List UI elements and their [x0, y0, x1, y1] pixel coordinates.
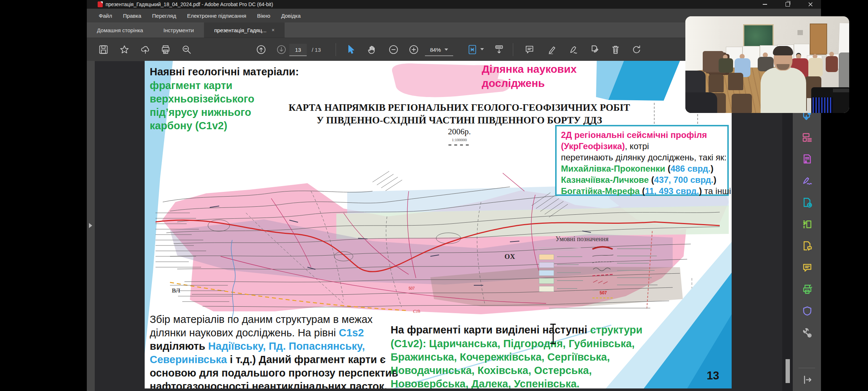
- tab-document[interactable]: презентація_Гадяц... ×: [204, 22, 285, 38]
- webcam-overlay[interactable]: [685, 16, 849, 113]
- map-scalebar: [448, 144, 472, 146]
- expand-left-panel-arrow[interactable]: [89, 223, 92, 228]
- export-pdf-icon[interactable]: [802, 197, 813, 208]
- print-button[interactable]: [161, 45, 171, 55]
- page-display-button[interactable]: [494, 45, 504, 55]
- tab-tools[interactable]: Інструменти: [153, 22, 204, 38]
- chevron-down-icon: [444, 49, 448, 51]
- wall-poster: [838, 22, 849, 55]
- rotate-button[interactable]: [631, 45, 642, 55]
- wall-vent: [797, 30, 803, 35]
- toolbar-separator: [513, 43, 513, 56]
- sign-button[interactable]: [569, 45, 579, 55]
- minimize-button[interactable]: [757, 0, 773, 9]
- seismic-profiles-box: 2Д регіональні сейсмічні профіля (УкрГео…: [555, 125, 729, 196]
- slide-top-right-decoration: [590, 61, 684, 101]
- materials-line: під’ярусу нижнього: [150, 106, 251, 118]
- projector-vents: [813, 97, 833, 113]
- menu-view[interactable]: Перегляд: [147, 9, 182, 22]
- restore-button[interactable]: [779, 0, 796, 9]
- tab-close-icon[interactable]: ×: [272, 27, 275, 33]
- toolbar-separator: [336, 43, 336, 56]
- chair: [732, 94, 752, 113]
- menu-file[interactable]: Файл: [93, 9, 118, 22]
- chair: [709, 74, 724, 92]
- cloud-upload-button[interactable]: [140, 45, 150, 55]
- delete-button[interactable]: [610, 45, 621, 55]
- comment-button[interactable]: [524, 45, 535, 55]
- menu-esign[interactable]: Електронне підписання: [182, 9, 252, 22]
- fit-width-button[interactable]: [467, 45, 477, 55]
- close-icon: [808, 2, 813, 7]
- restore-icon: [786, 2, 790, 7]
- person: [826, 56, 838, 72]
- menu-edit[interactable]: Правка: [118, 9, 147, 22]
- map-title-line1: КАРТА НАПРЯМКІВ РЕГІОНАЛЬНИХ ГЕОЛОГО-ГЕО…: [242, 102, 676, 113]
- menu-window[interactable]: Вікно: [252, 9, 276, 22]
- page-total-label: / 13: [312, 38, 321, 61]
- highlight-button[interactable]: [547, 45, 557, 55]
- sidebar-divider: [799, 368, 815, 368]
- study-area-label: Ділянка наукових: [482, 63, 576, 75]
- tab-home[interactable]: Домашня сторінка: [87, 22, 153, 38]
- delete-pages-icon[interactable]: [802, 154, 813, 164]
- materials-line: карбону (C1v2): [150, 120, 227, 132]
- close-button[interactable]: [802, 0, 819, 9]
- scrollbar-thumb[interactable]: [786, 359, 790, 383]
- hand-tool-button[interactable]: [367, 45, 377, 55]
- person: [808, 58, 823, 77]
- doc-comment-icon[interactable]: [802, 240, 813, 251]
- window-title: презентація_Гадяцький_18_04_2024.pdf - A…: [106, 1, 273, 7]
- presenter-hair: [773, 46, 793, 55]
- map-title-line2: У ПІВДЕННО-СХІДНІЙ ЧАСТИНІ ПІВДЕННОГО БО…: [242, 115, 676, 126]
- person-standing: [839, 52, 849, 92]
- next-page-button[interactable]: [276, 45, 286, 55]
- star-button[interactable]: [119, 45, 129, 55]
- chair: [728, 73, 743, 90]
- print-production-icon[interactable]: [802, 284, 813, 295]
- page-number-input[interactable]: 13: [289, 44, 307, 56]
- minimize-icon: [763, 4, 767, 5]
- menu-help[interactable]: Довідка: [276, 9, 306, 22]
- seismic-profile-line: [654, 103, 655, 124]
- person-foreground: [685, 92, 717, 113]
- materials-heading: Наявні геологічні матеріали:: [150, 66, 299, 78]
- pdf-page: Наявні геологічні матеріали: фрагмент ка…: [145, 61, 732, 388]
- more-tools-icon[interactable]: [802, 327, 813, 338]
- protect-icon[interactable]: [802, 306, 813, 316]
- comments-icon[interactable]: [802, 262, 813, 273]
- materials-line: фрагмент карти: [150, 80, 233, 92]
- box-line1: 2Д регіональні сейсмічні профіля: [561, 130, 707, 140]
- title-bar: презентація_Гадяцький_18_04_2024.pdf - A…: [87, 0, 821, 9]
- fit-options-caret[interactable]: [480, 48, 484, 50]
- projector-top: [833, 89, 849, 92]
- edit-pages-button[interactable]: [590, 45, 600, 55]
- map-vl-label: ВЛ: [172, 287, 180, 294]
- left-panel-rail: [87, 61, 95, 391]
- search-button[interactable]: [182, 45, 192, 55]
- person: [719, 58, 733, 73]
- pdf-file-icon: [98, 1, 103, 7]
- organize-pages-icon[interactable]: [802, 132, 813, 143]
- text-cursor: [549, 324, 557, 344]
- crop-pages-icon[interactable]: [802, 219, 813, 230]
- expand-panel-icon[interactable]: [802, 374, 813, 385]
- save-button[interactable]: [98, 45, 109, 55]
- zoom-level-dropdown[interactable]: 84%: [425, 44, 453, 56]
- fill-sign-icon[interactable]: [802, 175, 813, 186]
- room-door: [810, 24, 827, 55]
- materials-line: верхньовізейського: [150, 93, 254, 105]
- select-tool-button[interactable]: [346, 45, 356, 55]
- study-area-label: досліджень: [482, 77, 545, 89]
- previous-page-button[interactable]: [256, 45, 266, 55]
- slide-page-number: 13: [707, 369, 719, 382]
- presenter-body: [761, 68, 806, 113]
- zoom-in-button[interactable]: [409, 45, 419, 55]
- zoom-out-button[interactable]: [388, 45, 399, 55]
